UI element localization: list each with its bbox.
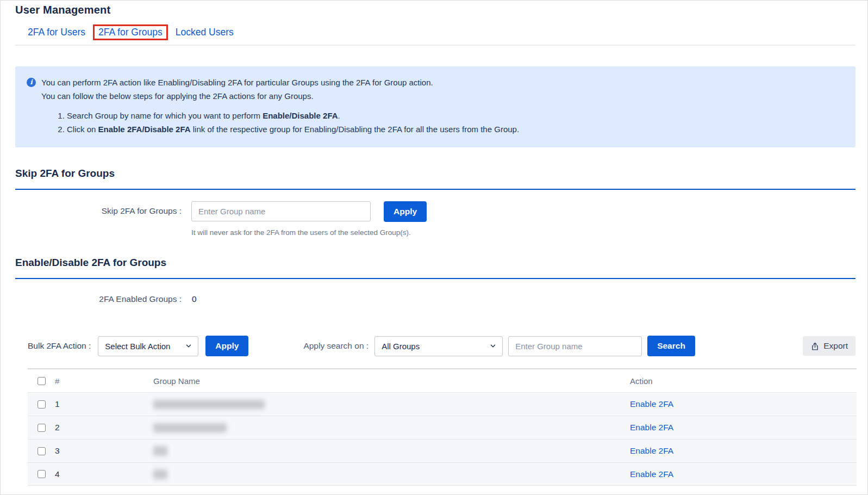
enable-section-heading: Enable/Disable 2FA for Groups bbox=[15, 257, 855, 269]
enable-section-divider bbox=[15, 278, 855, 279]
skip-groups-label: Skip 2FA for Groups : bbox=[15, 201, 182, 216]
row-checkbox[interactable] bbox=[38, 447, 46, 455]
bulk-action-toolbar: Bulk 2FA Action : Select Bulk Action App… bbox=[28, 336, 855, 356]
info-step-2: Click on Enable 2FA/Disable 2FA link of … bbox=[67, 122, 842, 136]
table-header-row: # Group Name Action bbox=[28, 368, 857, 392]
redacted-group-name bbox=[153, 423, 227, 432]
skip-form-row: Skip 2FA for Groups : Apply bbox=[15, 201, 855, 222]
row-checkbox[interactable] bbox=[38, 424, 46, 432]
skip-section-divider bbox=[15, 189, 855, 190]
tab-bar: 2FA for Users 2FA for Groups Locked User… bbox=[22, 24, 855, 40]
column-header-action: Action bbox=[630, 376, 857, 386]
info-text: You can perform 2FA action like Enabling… bbox=[41, 76, 842, 136]
redacted-group-name bbox=[153, 400, 265, 409]
tab-2fa-for-groups[interactable]: 2FA for Groups bbox=[98, 27, 163, 38]
page-title: User Management bbox=[15, 4, 855, 16]
search-scope-select-value: All Groups bbox=[382, 342, 420, 351]
tab-divider bbox=[15, 45, 855, 46]
group-search-input[interactable] bbox=[508, 336, 642, 356]
export-icon bbox=[810, 342, 820, 351]
enable-2fa-link[interactable]: Enable 2FA bbox=[630, 446, 673, 455]
skip-apply-button[interactable]: Apply bbox=[384, 201, 427, 222]
enable-2fa-link[interactable]: Enable 2FA bbox=[630, 423, 673, 432]
table-row: 1 Enable 2FA bbox=[28, 392, 857, 416]
table-row: 3 Enable 2FA bbox=[28, 439, 857, 462]
column-header-index: # bbox=[55, 376, 153, 386]
table-row: 2 Enable 2FA bbox=[28, 416, 857, 439]
select-all-checkbox[interactable] bbox=[38, 377, 46, 385]
chevron-down-icon bbox=[489, 342, 497, 350]
chevron-down-icon bbox=[185, 342, 192, 350]
tab-2fa-for-users[interactable]: 2FA for Users bbox=[22, 25, 91, 40]
skip-section-heading: Skip 2FA for Groups bbox=[15, 168, 855, 180]
export-button[interactable]: Export bbox=[803, 336, 855, 356]
bulk-action-select-value: Select Bulk Action bbox=[105, 342, 170, 351]
search-scope-select[interactable]: All Groups bbox=[374, 336, 503, 356]
enable-2fa-link[interactable]: Enable 2FA bbox=[630, 469, 673, 479]
column-header-group-name: Group Name bbox=[153, 376, 630, 386]
redacted-group-name bbox=[153, 446, 167, 456]
search-button[interactable]: Search bbox=[647, 336, 695, 356]
info-banner: i You can perform 2FA action like Enabli… bbox=[15, 66, 855, 147]
export-button-label: Export bbox=[823, 341, 848, 351]
row-index: 4 bbox=[55, 469, 153, 479]
row-index: 3 bbox=[55, 446, 153, 456]
enabled-groups-count: 0 bbox=[192, 294, 197, 304]
row-index: 1 bbox=[55, 399, 153, 409]
info-steps-list: Search Group by name for which you want … bbox=[67, 109, 842, 136]
apply-search-on-label: Apply search on : bbox=[303, 341, 369, 351]
row-checkbox[interactable] bbox=[38, 400, 46, 409]
page-container: User Management 2FA for Users 2FA for Gr… bbox=[1, 1, 867, 486]
row-index: 2 bbox=[55, 423, 153, 432]
bulk-action-label: Bulk 2FA Action : bbox=[28, 341, 91, 351]
active-tab-highlight-box: 2FA for Groups bbox=[93, 24, 168, 40]
redacted-group-name bbox=[153, 469, 167, 479]
table-row: 4 Enable 2FA bbox=[28, 462, 857, 486]
enable-2fa-link[interactable]: Enable 2FA bbox=[630, 399, 673, 409]
skip-groups-input[interactable] bbox=[191, 201, 371, 221]
enabled-groups-label: 2FA Enabled Groups : bbox=[15, 294, 182, 304]
row-checkbox[interactable] bbox=[38, 470, 46, 478]
tab-locked-users[interactable]: Locked Users bbox=[170, 25, 239, 40]
bulk-apply-button[interactable]: Apply bbox=[205, 336, 248, 356]
info-line-1: You can perform 2FA action like Enabling… bbox=[41, 76, 842, 89]
info-icon: i bbox=[27, 78, 36, 87]
info-step-1: Search Group by name for which you want … bbox=[67, 109, 842, 122]
bulk-action-select[interactable]: Select Bulk Action bbox=[98, 336, 198, 356]
info-line-2: You can follow the below steps for apply… bbox=[41, 89, 842, 103]
skip-help-text: It will never ask for the 2FA from the u… bbox=[191, 228, 855, 237]
enabled-groups-row: 2FA Enabled Groups : 0 bbox=[15, 294, 855, 304]
groups-table: # Group Name Action 1 Enable 2FA 2 Enabl… bbox=[28, 368, 857, 486]
